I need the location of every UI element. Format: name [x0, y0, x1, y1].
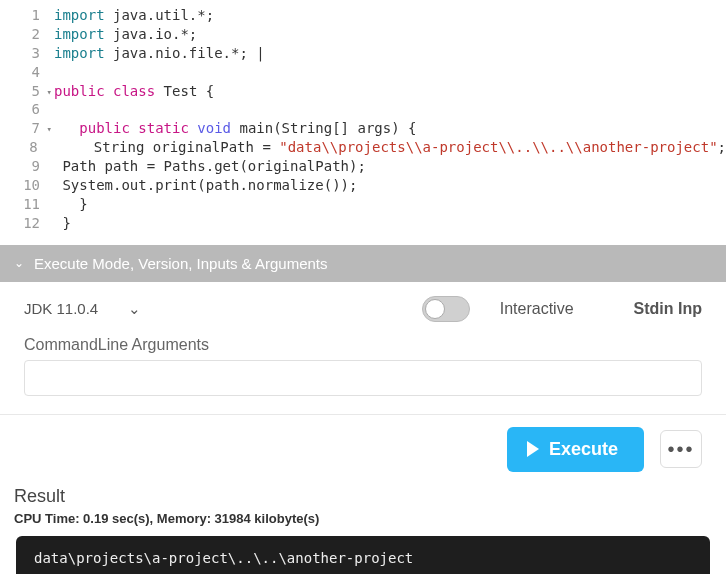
code-line[interactable]: 4	[0, 63, 726, 82]
code-line[interactable]: 8 String originalPath = "data\\projects\…	[0, 138, 726, 157]
code-text[interactable]: import java.io.*;	[54, 25, 726, 44]
chevron-down-icon: ⌄	[128, 300, 141, 318]
line-number: 1	[0, 6, 54, 25]
execute-panel-header[interactable]: ⌄ Execute Mode, Version, Inputs & Argume…	[0, 245, 726, 282]
code-text[interactable]	[54, 63, 726, 82]
code-line[interactable]: 11 }	[0, 195, 726, 214]
code-text[interactable]	[54, 100, 726, 119]
line-number: 7▾	[0, 119, 54, 138]
interactive-toggle[interactable]	[422, 296, 470, 322]
line-number: 5▾	[0, 82, 54, 101]
line-number: 8	[0, 138, 52, 157]
line-number: 4	[0, 63, 54, 82]
more-button[interactable]: •••	[660, 430, 702, 468]
action-row: Execute •••	[0, 415, 726, 486]
code-line[interactable]: 5▾public class Test {	[0, 82, 726, 101]
panel-title: Execute Mode, Version, Inputs & Argument…	[34, 255, 328, 272]
code-line[interactable]: 6	[0, 100, 726, 119]
console-output: data\projects\a-project\..\..\another-pr…	[16, 536, 710, 574]
code-text[interactable]: }	[54, 195, 726, 214]
line-number: 12	[0, 214, 54, 233]
stdin-label: Stdin Inp	[634, 300, 702, 318]
dots-icon: •••	[667, 438, 694, 461]
line-number: 2	[0, 25, 54, 44]
settings-row: JDK 11.0.4 ⌄ Interactive Stdin Inp	[0, 282, 726, 332]
result-stats: CPU Time: 0.19 sec(s), Memory: 31984 kil…	[14, 511, 712, 526]
code-line[interactable]: 7▾ public static void main(String[] args…	[0, 119, 726, 138]
code-line[interactable]: 12 }	[0, 214, 726, 233]
code-line[interactable]: 2import java.io.*;	[0, 25, 726, 44]
code-line[interactable]: 3import java.nio.file.*; |	[0, 44, 726, 63]
line-number: 10	[0, 176, 54, 195]
chevron-down-icon: ⌄	[14, 256, 24, 270]
fold-icon[interactable]: ▾	[47, 86, 52, 98]
line-number: 9	[0, 157, 54, 176]
code-text[interactable]: }	[54, 214, 726, 233]
code-text[interactable]: public class Test {	[54, 82, 726, 101]
code-line[interactable]: 10 System.out.print(path.normalize());	[0, 176, 726, 195]
play-icon	[527, 441, 539, 457]
execute-button[interactable]: Execute	[507, 427, 644, 472]
jdk-version-select[interactable]: JDK 11.0.4 ⌄	[24, 300, 141, 318]
fold-icon[interactable]: ▾	[47, 123, 52, 135]
code-line[interactable]: 9 Path path = Paths.get(originalPath);	[0, 157, 726, 176]
args-input[interactable]	[24, 360, 702, 396]
code-text[interactable]: Path path = Paths.get(originalPath);	[54, 157, 726, 176]
result-section: Result CPU Time: 0.19 sec(s), Memory: 31…	[0, 486, 726, 574]
code-text[interactable]: public static void main(String[] args) {	[54, 119, 726, 138]
jdk-version-label: JDK 11.0.4	[24, 300, 98, 317]
args-section: CommandLine Arguments	[0, 332, 726, 414]
code-text[interactable]: import java.util.*;	[54, 6, 726, 25]
toggle-knob	[425, 299, 445, 319]
code-editor[interactable]: 1import java.util.*;2import java.io.*;3i…	[0, 0, 726, 245]
line-number: 6	[0, 100, 54, 119]
line-number: 11	[0, 195, 54, 214]
code-text[interactable]: import java.nio.file.*; |	[54, 44, 726, 63]
result-title: Result	[14, 486, 712, 507]
execute-button-label: Execute	[549, 439, 618, 460]
args-label: CommandLine Arguments	[24, 336, 702, 354]
code-text[interactable]: System.out.print(path.normalize());	[54, 176, 726, 195]
code-line[interactable]: 1import java.util.*;	[0, 6, 726, 25]
line-number: 3	[0, 44, 54, 63]
interactive-label: Interactive	[500, 300, 574, 318]
code-text[interactable]: String originalPath = "data\\projects\\a…	[52, 138, 726, 157]
